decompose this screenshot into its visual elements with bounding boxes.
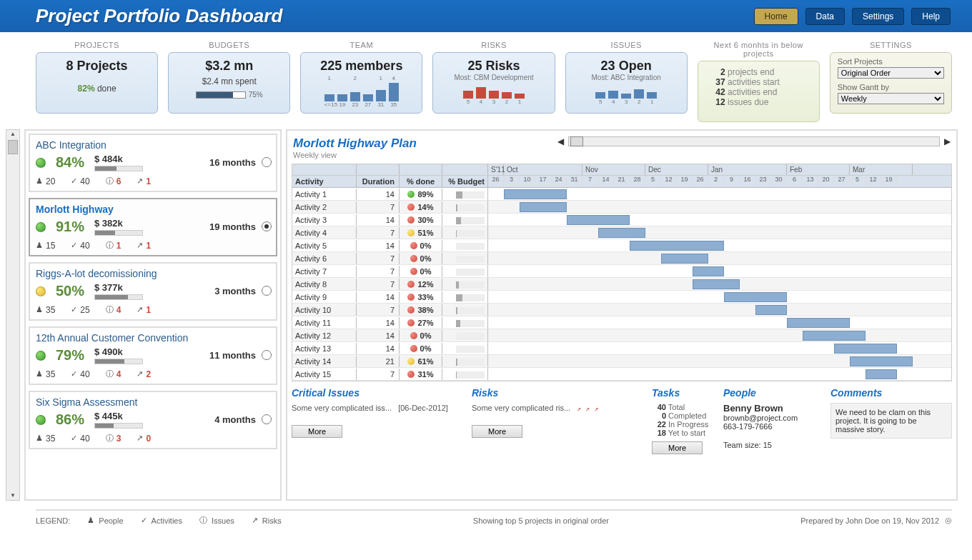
issues-count: 23 Open [570,59,683,74]
status-dot-icon [36,158,46,168]
show-gantt-select[interactable]: Weekly [838,93,944,104]
info-icon: ⓘ [106,304,114,315]
sort-projects-select[interactable]: Original Order [838,67,944,79]
activity-name: Activity 11 [292,317,357,329]
activity-status-icon [407,229,415,236]
summary-cards: PROJECTS 8 Projects 82% done BUDGETS $3.… [0,32,972,126]
project-radio[interactable] [262,414,272,424]
scroll-down-icon[interactable]: ▼ [6,491,19,500]
nav-buttons: Home Data Settings Help [754,8,951,25]
gantt-date-slider[interactable]: ◀ ▶ [557,136,951,146]
projects-scrollbar[interactable]: ▲ ▼ [6,129,20,501]
projects-count: 8 Projects [41,59,153,74]
project-name: Six Sigma Assessment [36,396,270,408]
project-radio[interactable] [262,350,272,360]
card-issues[interactable]: 23 Open Most: ABC Integration 54321 [565,52,688,114]
col-duration-header: Duration [357,176,400,187]
scroll-up-icon[interactable]: ▲ [6,130,19,139]
nav-data-button[interactable]: Data [805,8,845,25]
project-card[interactable]: ABC Integration84%$ 484k16 months♟ 20✓ 4… [29,134,277,192]
risks-more-button[interactable]: More [472,425,522,438]
check-icon: ✓ [71,305,77,314]
projects-done-pct: 82% [78,84,95,94]
activity-done-pct: 31% [417,370,433,379]
gantt-bar [504,189,567,199]
project-radio[interactable] [262,221,272,231]
card-risks[interactable]: 25 Risks Most: CBM Development 54321 [432,52,555,114]
trend-icon: ↗ [137,434,143,443]
activity-status-icon [407,216,415,224]
project-name: Morlott Highway [36,204,270,215]
col-budget-header: % Budget [442,176,488,187]
project-card[interactable]: Riggs-A-lot decomissioning50%$ 377k3 mon… [29,262,277,321]
card-forecast-label: Next 6 monhts in below projects [698,41,820,58]
project-manager-name: Benny Brown [723,403,823,414]
activity-status-icon [407,294,415,301]
gantt-bar [834,344,897,354]
activity-status-icon [410,242,417,249]
sort-projects-label: Sort Projects [838,57,944,66]
project-radio[interactable] [262,286,272,296]
gantt-row: Activity 111427% [292,316,951,329]
activity-status-icon [410,332,417,339]
activity-duration: 7 [357,279,400,290]
project-name: 12th Annual Customer Convention [36,332,270,344]
legend-label: LEGEND: [36,516,70,525]
scroll-thumb[interactable] [8,140,18,154]
trend-icon: ↗ [137,241,143,250]
gantt-row: Activity 5140% [292,239,951,252]
card-team[interactable]: 225 members 1214 <=151923273135 [300,52,422,114]
project-card[interactable]: Six Sigma Assessment86%$ 445k4 months♟ 3… [29,391,277,449]
check-icon: ✓ [141,516,147,525]
info-icon: ⓘ [106,176,114,186]
detail-panel: Morlott Highway Plan Weekly view ◀ ▶ S'1… [286,129,958,501]
project-duration: 3 months [214,286,256,296]
gantt-row: Activity 670% [292,252,951,265]
project-card[interactable]: 12th Annual Customer Convention79%$ 490k… [29,326,277,385]
nav-home-button[interactable]: Home [754,8,798,25]
nav-settings-button[interactable]: Settings [852,8,904,25]
activity-status-icon [407,204,415,211]
project-card[interactable]: Morlott Highway91%$ 382k19 months♟ 15✓ 4… [29,198,277,256]
issues-more-button[interactable]: More [292,425,342,438]
activity-done-pct: 30% [417,216,433,224]
activity-name: Activity 10 [292,304,357,316]
gantt-bar [693,266,724,276]
activity-done-pct: 27% [417,319,433,327]
project-pct: 84% [56,154,84,171]
gantt-row: Activity 8712% [292,278,951,291]
gantt-row: Activity 13140% [292,342,951,355]
gantt-bar [693,279,740,289]
project-radio[interactable] [262,157,272,167]
gantt-row: Activity 31430% [292,214,951,226]
card-budgets[interactable]: $3.2 mn $2.4 mn spent 75% [168,52,290,114]
risks-panel: Risks Some very complicated ris... ↗ ↗ ↗… [472,387,645,454]
project-pct: 86% [56,411,84,428]
footer-status: Showing top 5 projects in original order [282,516,800,525]
activity-done-pct: 33% [417,293,433,301]
comments-body: We need to be clam on this project. It i… [830,403,952,439]
detail-project-title: Morlott Highway Plan [293,136,417,151]
slider-left-icon[interactable]: ◀ [557,136,564,146]
activity-name: Activity 3 [292,214,357,226]
activity-done-pct: 0% [420,331,432,340]
activity-duration: 7 [357,266,400,277]
activity-duration: 7 [357,201,400,213]
activity-duration: 7 [357,369,400,380]
status-dot-icon [36,286,46,296]
footer: LEGEND: ♟People ✓Activities ⓘIssues ↗Ris… [36,509,952,530]
slider-right-icon[interactable]: ▶ [944,136,951,146]
activity-name: Activity 12 [292,330,357,341]
gantt-bar [567,215,630,225]
card-settings: Sort Projects Original Order Show Gantt … [830,52,952,114]
project-budget: $ 382k [94,218,143,229]
card-projects[interactable]: 8 Projects 82% done [36,52,158,114]
trend-icon: ↗ [137,305,143,314]
issues-most: Most: ABC Integration [570,74,683,81]
activity-done-pct: 0% [420,344,432,353]
person-icon: ♟ [36,305,43,314]
tasks-more-button[interactable]: More [652,441,703,454]
activity-done-pct: 61% [417,357,433,366]
nav-help-button[interactable]: Help [911,8,951,25]
col-activity-header: Activity [292,176,357,187]
